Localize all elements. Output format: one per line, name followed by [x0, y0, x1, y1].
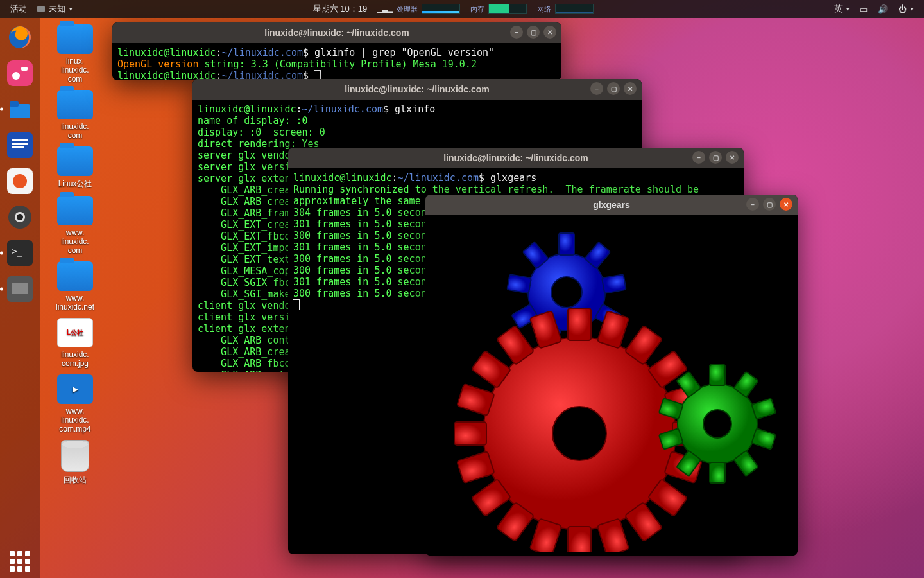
icon-label: www.linuxidc.com.mp4: [46, 407, 104, 434]
desktop-icons: linux.linuxidc.com linuxidc.com Linux公社 …: [46, 24, 110, 492]
svg-rect-8: [12, 143, 28, 144]
titlebar[interactable]: glxgears – ▢ ✕: [425, 195, 798, 215]
dock-firefox[interactable]: [4, 22, 35, 53]
minimize-button[interactable]: –: [510, 26, 523, 39]
desktop-folder[interactable]: linuxidc.com: [46, 90, 104, 140]
dock-glxgears[interactable]: [4, 274, 35, 304]
terminal-window-1[interactable]: linuxidc@linuxidc: ~/linuxidc.com – ▢ ✕ …: [112, 22, 561, 80]
maximize-button[interactable]: ▢: [763, 198, 776, 211]
icon-label: linuxidc.com.jpg: [46, 350, 104, 368]
maximize-button[interactable]: ▢: [709, 151, 722, 164]
app-menu[interactable]: 未知 ▾: [32, 3, 78, 15]
ime-indicator[interactable]: 英 ▾: [829, 3, 855, 15]
launcher-dock: >_: [0, 18, 40, 578]
titlebar[interactable]: linuxidc@linuxidc: ~/linuxidc.com – ▢ ✕: [112, 22, 561, 43]
icon-label: linux.linuxidc.com: [46, 57, 104, 83]
desktop-video[interactable]: ▶www.linuxidc.com.mp4: [46, 374, 104, 434]
top-panel: 活动 未知 ▾ 星期六 10：19 ▁▃▂ 处理器 内存 网络 英 ▾ ▭ 🔊 …: [0, 0, 924, 18]
glxgears-canvas: [425, 215, 798, 556]
svg-rect-5: [10, 101, 19, 107]
desktop-folder[interactable]: www.linuxidc.net: [46, 261, 104, 311]
svg-rect-9: [12, 146, 24, 148]
graph-icon: ▁▃▂: [377, 5, 393, 13]
desktop-folder[interactable]: linux.linuxidc.com: [46, 24, 104, 83]
mem-indicator[interactable]: 内存: [465, 4, 532, 14]
dock-camera[interactable]: [4, 202, 35, 232]
icon-label: www.linuxidc.com: [46, 228, 104, 255]
svg-rect-18: [12, 283, 28, 294]
svg-rect-6: [7, 132, 33, 158]
app-icon: [37, 6, 45, 12]
terminal-output[interactable]: linuxidc@linuxidc:~/linuxidc.com$ glxinf…: [112, 43, 561, 80]
dock-screenshot[interactable]: [4, 58, 35, 89]
chevron-down-icon: ▾: [69, 6, 73, 12]
svg-point-24: [552, 407, 606, 460]
svg-point-21: [551, 277, 582, 308]
close-button[interactable]: ✕: [726, 151, 739, 164]
desktop-folder[interactable]: www.linuxidc.com: [46, 196, 104, 255]
svg-point-11: [13, 174, 27, 188]
dock-terminal[interactable]: >_: [4, 238, 35, 268]
apps-grid-icon: [10, 551, 30, 572]
desktop-trash[interactable]: 回收站: [46, 440, 104, 486]
minimize-button[interactable]: –: [590, 82, 603, 95]
cpu-graph: [422, 4, 460, 14]
icon-label: 回收站: [46, 475, 104, 486]
window-title: glxgears: [593, 200, 630, 210]
ime-label: 英: [834, 3, 843, 15]
close-button[interactable]: ✕: [543, 26, 556, 39]
desktop-image[interactable]: L公社linuxidc.com.jpg: [46, 318, 104, 368]
cursor: [293, 300, 299, 310]
svg-rect-20: [559, 233, 574, 255]
minimize-button[interactable]: –: [746, 198, 759, 211]
volume-icon[interactable]: 🔊: [873, 4, 893, 14]
window-title: linuxidc@linuxidc: ~/linuxidc.com: [264, 28, 409, 38]
dock-libreoffice-writer[interactable]: [4, 130, 35, 161]
titlebar[interactable]: linuxidc@linuxidc: ~/linuxidc.com – ▢ ✕: [193, 79, 642, 100]
svg-point-2: [12, 72, 20, 80]
cpu-indicator[interactable]: ▁▃▂ 处理器: [372, 4, 465, 14]
close-button[interactable]: ✕: [780, 198, 792, 211]
app-menu-label: 未知: [49, 3, 65, 15]
icon-label: Linux公社: [46, 179, 104, 189]
svg-point-14: [17, 214, 23, 220]
icon-label: linuxidc.com: [46, 122, 104, 140]
dock-files[interactable]: [4, 94, 35, 125]
svg-text:>_: >_: [12, 246, 22, 257]
desktop-folder[interactable]: Linux公社: [46, 146, 104, 189]
mem-graph: [488, 4, 527, 14]
net-graph: [555, 4, 594, 14]
glxgears-window[interactable]: glxgears – ▢ ✕: [425, 195, 798, 556]
titlebar[interactable]: linuxidc@linuxidc: ~/linuxidc.com – ▢ ✕: [288, 148, 744, 168]
dock-software[interactable]: [4, 166, 35, 197]
activities-button[interactable]: 活动: [5, 3, 32, 15]
network-icon[interactable]: ▭: [855, 4, 873, 14]
mem-label: 内存: [470, 4, 484, 14]
maximize-button[interactable]: ▢: [527, 26, 540, 39]
window-title: linuxidc@linuxidc: ~/linuxidc.com: [345, 84, 490, 94]
cpu-label: 处理器: [397, 4, 418, 14]
minimize-button[interactable]: –: [692, 151, 705, 164]
svg-rect-1: [7, 60, 33, 86]
svg-rect-7: [12, 139, 28, 141]
power-icon[interactable]: ⏻ ▾: [893, 4, 919, 14]
maximize-button[interactable]: ▢: [607, 82, 620, 95]
window-title: linuxidc@linuxidc: ~/linuxidc.com: [443, 153, 588, 163]
show-applications[interactable]: [0, 551, 40, 572]
clock[interactable]: 星期六 10：19: [308, 3, 373, 15]
svg-rect-3: [21, 67, 28, 71]
svg-point-27: [703, 410, 732, 438]
net-indicator[interactable]: 网络: [532, 4, 599, 14]
net-label: 网络: [537, 4, 551, 14]
icon-label: www.linuxidc.net: [46, 293, 104, 311]
chevron-down-icon: ▾: [846, 6, 850, 12]
close-button[interactable]: ✕: [624, 82, 637, 95]
